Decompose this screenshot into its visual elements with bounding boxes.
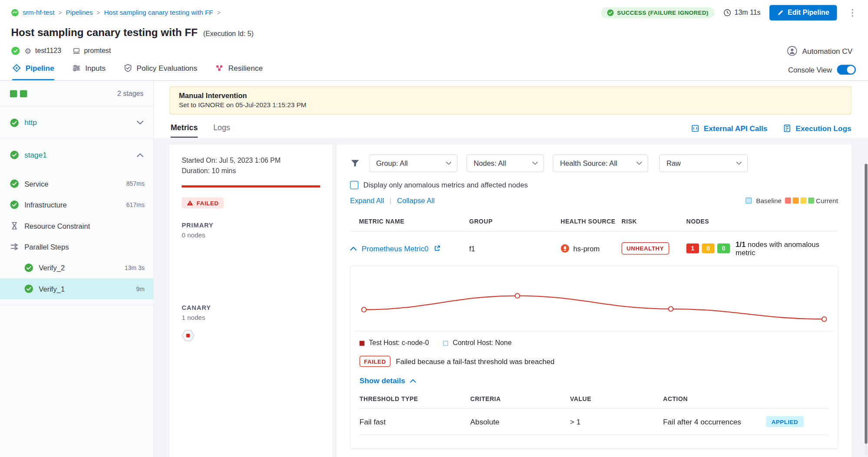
failure-reason-row: FAILED Failed because a fail-fast thresh… [360,356,833,367]
expand-all-link[interactable]: Expand All [350,197,384,205]
tab-inputs[interactable]: Inputs [72,64,106,80]
threshold-table-header: THRESHOLD TYPE CRITERIA VALUE ACTION [360,395,829,408]
nodes-filter-dropdown[interactable]: Nodes: All [466,155,544,172]
link-divider: | [389,197,391,205]
check-circle-icon [10,179,19,188]
applied-badge: APPLIED [766,416,804,427]
metrics-panel: Group: All Nodes: All Health Source: All [337,145,851,457]
health-source-cell: hs-prom [561,244,621,253]
health-source-filter-value: Health Source: All [560,159,617,168]
page-title: Host sampling canary testing with FF [11,26,198,39]
breadcrumb-separator: > [58,10,62,16]
environment-name: promtest [84,47,111,55]
show-details-label: Show details [360,377,405,385]
filter-funnel-icon[interactable] [350,158,360,168]
column-header-group: GROUP [469,218,561,224]
stage-count: 2 stages [117,90,143,98]
collapse-all-link[interactable]: Collapse All [397,197,435,205]
failed-badge: FAILED [360,356,390,367]
external-api-calls-link[interactable]: External API Calls [691,124,767,133]
breadcrumb-pipeline-name[interactable]: Host sampling canary testing with FF [104,9,213,16]
status-badge-label: SUCCESS (FAILURE IGNORED) [617,10,709,16]
step-label: Resource Constraint [24,222,90,230]
metric-line-chart[interactable] [355,274,833,332]
pencil-icon [777,10,784,16]
triggered-by: Automation CV [787,46,857,56]
tab-resilience-label: Resilience [228,64,263,72]
group-filter-value: Group: All [376,159,408,168]
scrollbar-thumb[interactable] [865,164,867,444]
stages-summary-row: 2 stages [0,81,153,107]
environment-icon [73,47,80,55]
sidebar-step-verify2[interactable]: Verify_2 13m 3s [0,257,153,278]
failure-reason-text: Failed because a fail-fast threshold was… [396,357,554,365]
breadcrumb-project[interactable]: srm-hf-test [23,9,54,16]
step-links: External API Calls Execution Logs [691,124,851,138]
tab-policy-label: Policy Evaluations [137,64,198,72]
anomalous-nodes-ratio: 1/1 [736,240,746,248]
banner-subtitle: Set to IGNORE on 05-Jul-2023 1:15:23 PM [179,101,842,109]
current-legend-swatch-red [785,197,791,204]
kebab-menu-icon[interactable]: ⋮ [846,8,859,17]
metric-name-link[interactable]: Prometheus Metric0 [362,244,429,253]
tab-logs[interactable]: Logs [213,123,230,138]
manual-intervention-banner: Manual Intervention Set to IGNORE on 05-… [169,86,851,115]
console-view-toggle[interactable] [837,65,856,75]
chevron-up-icon[interactable] [137,153,143,157]
breadcrumb-pipelines[interactable]: Pipelines [66,9,93,16]
environment-group: promtest [73,47,111,55]
stage-http-label: http [24,118,37,127]
edit-pipeline-button[interactable]: Edit Pipeline [769,5,837,20]
current-legend-label: Current [816,197,838,204]
step-label: Service [24,180,48,188]
sidebar-stage-stage1[interactable]: stage1 [0,139,153,171]
breadcrumb-separator: > [217,10,221,16]
triggered-by-user: Automation CV [802,47,852,55]
chevron-down-icon[interactable] [137,121,143,125]
anomalous-metrics-checkbox[interactable] [350,181,358,189]
nodes-filter-value: Nodes: All [474,159,506,168]
service-group: ⚙ test1123 [24,47,61,55]
column-header-health-source: HEALTH SOURCE [561,218,621,224]
sidebar-stage-http[interactable]: http [0,107,153,139]
started-on: Started On: Jul 5, 2023 1:06 PM [182,155,320,166]
view-mode-dropdown[interactable]: Raw [659,155,748,172]
banner-title: Manual Intervention [179,91,842,99]
srm-module-icon [11,9,19,16]
show-details-link[interactable]: Show details [360,377,416,385]
check-circle-icon [607,10,614,16]
main-tab-bar: Pipeline Inputs Policy Evaluations Resil… [0,56,868,81]
group-filter-dropdown[interactable]: Group: All [369,155,458,172]
sidebar-step-service[interactable]: Service 857ms [0,173,153,194]
step-duration: 617ms [126,201,145,208]
tab-pipeline[interactable]: Pipeline [12,64,54,80]
top-bar-actions: SUCCESS (FAILURE IGNORED) 13m 11s Edit P… [601,5,859,20]
api-calls-icon [691,124,700,133]
page-scrollbar[interactable] [865,164,867,455]
risk-badge: UNHEALTHY [621,242,669,254]
sidebar-step-verify1[interactable]: Verify_1 9m [0,278,153,299]
gear-icon: ⚙ [24,47,31,55]
execution-logs-label: Execution Logs [796,124,851,132]
collapse-row-chevron-icon[interactable] [350,247,356,250]
external-link-icon[interactable] [434,245,440,252]
test-host-swatch [360,341,364,345]
column-header-metric-name: METRIC NAME [350,218,469,224]
sidebar-step-parallel-steps[interactable]: Parallel Steps [0,236,153,257]
prometheus-icon [561,244,569,253]
health-source-filter-dropdown[interactable]: Health Source: All [553,155,648,172]
execution-logs-link[interactable]: Execution Logs [783,124,851,133]
tab-resilience[interactable]: Resilience [215,64,263,80]
sidebar-step-infrastructure[interactable]: Infrastructure 617ms [0,194,153,215]
sidebar-step-resource-constraint[interactable]: Resource Constraint [0,215,153,236]
verification-status-label: FAILED [197,200,219,206]
warning-triangle-icon [187,200,193,206]
stage1-steps-list: Service 857ms Infrastructure 617ms Resou… [0,171,153,306]
canary-node-hexagon[interactable] [182,329,320,342]
chart-color-legend: Baseline Current [746,197,838,204]
edit-pipeline-label: Edit Pipeline [788,9,829,16]
test-host-label: Test Host: c-node-0 [369,339,429,347]
tab-metrics[interactable]: Metrics [171,123,198,138]
tab-policy-evaluations[interactable]: Policy Evaluations [123,64,197,80]
pipeline-icon [12,64,21,72]
